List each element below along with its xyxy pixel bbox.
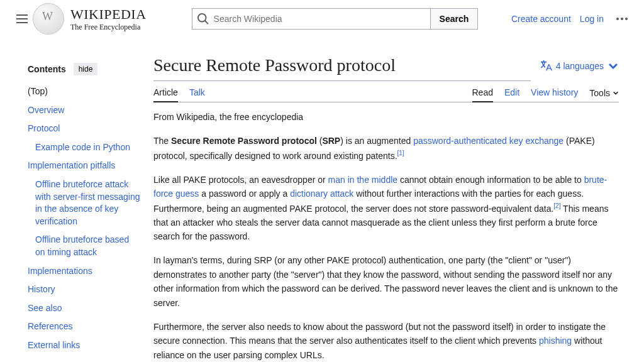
table-of-contents: Contents hide (Top) Overview Protocol Ex… bbox=[28, 38, 153, 362]
site-tagline: The Free Encyclopedia bbox=[70, 23, 147, 32]
user-links: Create account Log in bbox=[511, 14, 631, 24]
toc-implementations[interactable]: Implementations bbox=[28, 266, 92, 276]
from-line: From Wikipedia, the free encyclopedia bbox=[153, 110, 619, 124]
tab-edit[interactable]: Edit bbox=[504, 87, 519, 102]
toc-offline2[interactable]: Offline bruteforce based on timing attac… bbox=[35, 234, 129, 257]
toc-top[interactable]: (Top) bbox=[28, 86, 48, 96]
tools-label: Tools bbox=[589, 88, 610, 98]
tools-menu[interactable]: Tools bbox=[589, 87, 619, 102]
toc-offline1[interactable]: Offline bruteforce attack with server-fi… bbox=[35, 179, 140, 226]
search-box[interactable] bbox=[192, 8, 431, 30]
wikipedia-globe-icon bbox=[33, 3, 64, 35]
language-selector[interactable]: 4 languages bbox=[531, 60, 619, 77]
toc-hide-button[interactable]: hide bbox=[74, 63, 98, 75]
search-input[interactable] bbox=[214, 14, 425, 24]
article: Secure Remote Password protocol 4 langua… bbox=[153, 38, 619, 362]
toc-history[interactable]: History bbox=[28, 284, 55, 294]
ref-1[interactable]: [1] bbox=[397, 150, 404, 156]
search-icon bbox=[197, 13, 209, 25]
language-count: 4 languages bbox=[556, 61, 604, 71]
link-mitm[interactable]: man in the middle bbox=[328, 175, 398, 185]
toc-overview[interactable]: Overview bbox=[28, 105, 64, 115]
login-link[interactable]: Log in bbox=[580, 14, 604, 24]
search: Search bbox=[192, 8, 479, 30]
toc-pitfalls[interactable]: Implementation pitfalls bbox=[28, 160, 115, 170]
paragraph: Like all PAKE protocols, an eavesdropper… bbox=[153, 173, 619, 244]
more-menu-button[interactable] bbox=[613, 14, 631, 24]
link-dictionary[interactable]: dictionary attack bbox=[290, 189, 353, 199]
create-account-link[interactable]: Create account bbox=[511, 14, 571, 24]
chevron-down-icon bbox=[613, 90, 619, 96]
tab-history[interactable]: View history bbox=[531, 87, 578, 102]
toc-references[interactable]: References bbox=[28, 321, 73, 331]
paragraph: Furthermore, the server also needs to kn… bbox=[153, 320, 619, 362]
wordmark: WIKIPEDIA The Free Encyclopedia bbox=[70, 6, 147, 32]
tab-talk[interactable]: Talk bbox=[189, 87, 205, 102]
lead-paragraph: The Secure Remote Password protocol (SRP… bbox=[153, 134, 619, 162]
ref-2[interactable]: [2] bbox=[553, 202, 560, 209]
chevron-down-icon bbox=[608, 60, 619, 72]
logo[interactable]: WIKIPEDIA The Free Encyclopedia bbox=[33, 3, 147, 35]
toc-protocol[interactable]: Protocol bbox=[28, 123, 60, 133]
toc-heading: Contents bbox=[28, 64, 66, 74]
page-tabs: Article Talk Read Edit View history Tool… bbox=[153, 87, 619, 102]
toc-external[interactable]: External links bbox=[28, 340, 80, 350]
tab-read[interactable]: Read bbox=[472, 87, 493, 102]
article-body: From Wikipedia, the free encyclopedia Th… bbox=[153, 102, 619, 362]
paragraph: In layman's terms, during SRP (or any ot… bbox=[153, 253, 619, 310]
link-pake[interactable]: password-authenticated key exchange bbox=[413, 136, 564, 146]
toc-example[interactable]: Example code in Python bbox=[35, 142, 130, 152]
page-title: Secure Remote Password protocol bbox=[153, 55, 531, 81]
site-header: WIKIPEDIA The Free Encyclopedia Search C… bbox=[0, 0, 644, 38]
language-icon bbox=[541, 60, 552, 72]
link-phishing[interactable]: phishing bbox=[539, 336, 572, 346]
main-menu-button[interactable] bbox=[10, 8, 23, 30]
search-button[interactable]: Search bbox=[431, 8, 479, 30]
site-name: WIKIPEDIA bbox=[70, 6, 147, 23]
tab-article[interactable]: Article bbox=[153, 87, 178, 102]
toc-seealso[interactable]: See also bbox=[28, 303, 62, 313]
